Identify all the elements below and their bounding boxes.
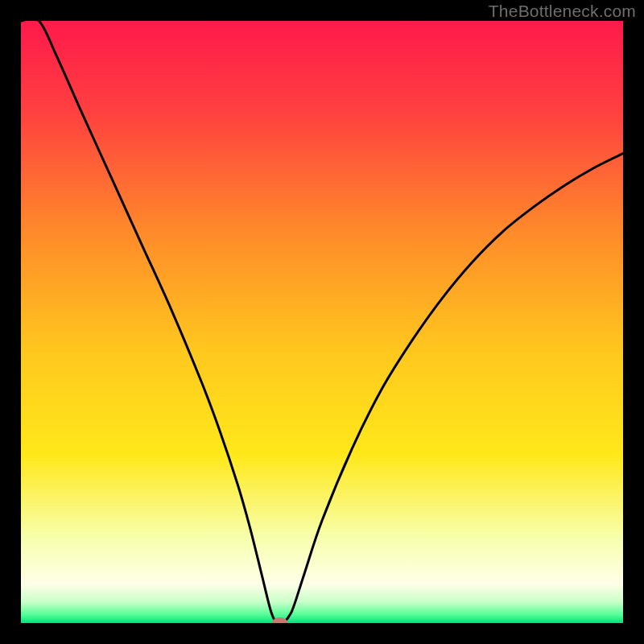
- bottleneck-chart: TheBottleneck.com: [0, 0, 644, 644]
- gradient-background: [21, 21, 623, 623]
- chart-svg: [0, 0, 644, 644]
- plot-area: [21, 19, 623, 629]
- watermark-text: TheBottleneck.com: [489, 2, 636, 21]
